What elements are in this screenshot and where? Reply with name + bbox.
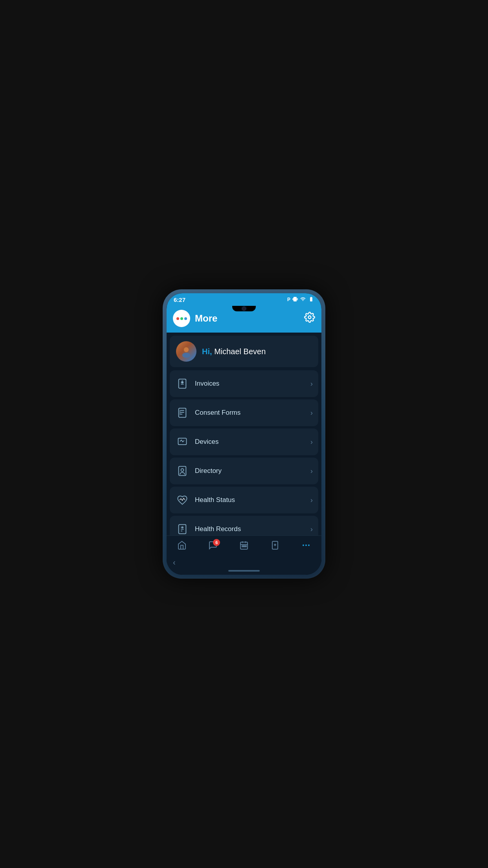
status-bar: 6:27 P bbox=[167, 293, 321, 306]
svg-rect-37 bbox=[242, 546, 243, 547]
camera bbox=[242, 307, 246, 311]
invoice-icon: $ bbox=[175, 377, 189, 391]
messages-badge: 6 bbox=[213, 539, 220, 546]
menu-item-consent-forms[interactable]: Consent Forms › bbox=[170, 399, 318, 426]
phone-screen: 6:27 P Mo bbox=[167, 293, 321, 575]
menu-item-devices[interactable]: Devices › bbox=[170, 428, 318, 455]
user-greeting: Hi, Michael Beven bbox=[202, 347, 266, 356]
menu-item-left: Directory bbox=[175, 464, 222, 478]
vibrate-icon bbox=[292, 296, 298, 303]
menu-item-left: Health Records bbox=[175, 522, 241, 535]
directory-label: Directory bbox=[195, 467, 222, 475]
menu-item-left: Health Status bbox=[175, 493, 235, 507]
user-card[interactable]: Hi, Michael Beven bbox=[170, 336, 318, 367]
health-records-label: Health Records bbox=[195, 525, 241, 533]
svg-point-16 bbox=[181, 469, 184, 471]
settings-button[interactable] bbox=[304, 312, 315, 325]
logo-dot-green bbox=[180, 317, 183, 320]
menu-list: $ Invoices › bbox=[167, 367, 321, 535]
chevron-right-icon: › bbox=[310, 525, 313, 533]
network-icon: P bbox=[287, 297, 290, 302]
health-records-icon bbox=[175, 522, 189, 535]
chevron-right-icon: › bbox=[310, 438, 313, 446]
home-indicator bbox=[167, 568, 321, 575]
svg-point-0 bbox=[308, 316, 311, 319]
avatar bbox=[176, 341, 196, 362]
logo-dot-blue bbox=[184, 317, 187, 320]
svg-rect-39 bbox=[245, 546, 246, 547]
content-area: Hi, Michael Beven bbox=[167, 333, 321, 535]
bottom-nav: 6 bbox=[167, 535, 321, 556]
nav-back-area: ‹ bbox=[167, 556, 321, 568]
menu-item-directory[interactable]: Directory › bbox=[170, 458, 318, 484]
back-button[interactable]: ‹ bbox=[173, 558, 176, 567]
notch bbox=[232, 306, 256, 311]
health-status-label: Health Status bbox=[195, 496, 235, 504]
phone-frame: 6:27 P Mo bbox=[163, 289, 325, 579]
app-logo bbox=[173, 310, 190, 327]
status-time: 6:27 bbox=[174, 296, 185, 303]
svg-rect-9 bbox=[179, 408, 186, 417]
menu-item-invoices[interactable]: $ Invoices › bbox=[170, 370, 318, 397]
directory-icon bbox=[175, 464, 189, 478]
menu-item-left: Devices bbox=[175, 435, 218, 449]
menu-item-health-status[interactable]: Health Status › bbox=[170, 487, 318, 513]
header-left: More bbox=[173, 310, 217, 327]
menu-item-left: $ Invoices bbox=[175, 377, 219, 391]
battery-icon bbox=[308, 296, 314, 303]
page-title: More bbox=[195, 313, 217, 324]
pharmacy-icon bbox=[270, 541, 280, 552]
menu-item-health-records[interactable]: Health Records › bbox=[170, 516, 318, 535]
chevron-right-icon: › bbox=[310, 496, 313, 504]
svg-text:$: $ bbox=[181, 380, 183, 384]
chevron-right-icon: › bbox=[310, 380, 313, 388]
more-icon bbox=[301, 541, 311, 552]
status-icons: P bbox=[287, 296, 314, 303]
menu-item-left: Consent Forms bbox=[175, 406, 240, 420]
chevron-right-icon: › bbox=[310, 409, 313, 417]
greeting-hi: Hi, bbox=[202, 347, 212, 356]
calendar-icon bbox=[239, 541, 249, 552]
devices-icon bbox=[175, 435, 189, 449]
wifi-icon bbox=[300, 296, 306, 303]
svg-point-43 bbox=[303, 544, 304, 546]
devices-label: Devices bbox=[195, 438, 218, 446]
chevron-right-icon: › bbox=[310, 467, 313, 475]
consent-forms-icon bbox=[175, 406, 189, 420]
home-icon bbox=[177, 541, 187, 552]
svg-point-44 bbox=[305, 544, 307, 546]
user-name: Michael Beven bbox=[214, 347, 266, 356]
nav-calendar[interactable] bbox=[235, 539, 253, 554]
consent-forms-label: Consent Forms bbox=[195, 409, 240, 417]
nav-more[interactable] bbox=[297, 539, 316, 554]
svg-rect-38 bbox=[244, 546, 245, 547]
logo-dot-red bbox=[176, 317, 179, 320]
nav-pharmacy[interactable] bbox=[266, 539, 284, 554]
nav-home[interactable] bbox=[172, 539, 191, 554]
invoices-label: Invoices bbox=[195, 380, 219, 388]
svg-point-45 bbox=[308, 544, 310, 546]
home-bar bbox=[228, 570, 260, 572]
health-status-icon bbox=[175, 493, 189, 507]
svg-point-2 bbox=[182, 353, 190, 358]
nav-messages[interactable]: 6 bbox=[204, 539, 222, 554]
